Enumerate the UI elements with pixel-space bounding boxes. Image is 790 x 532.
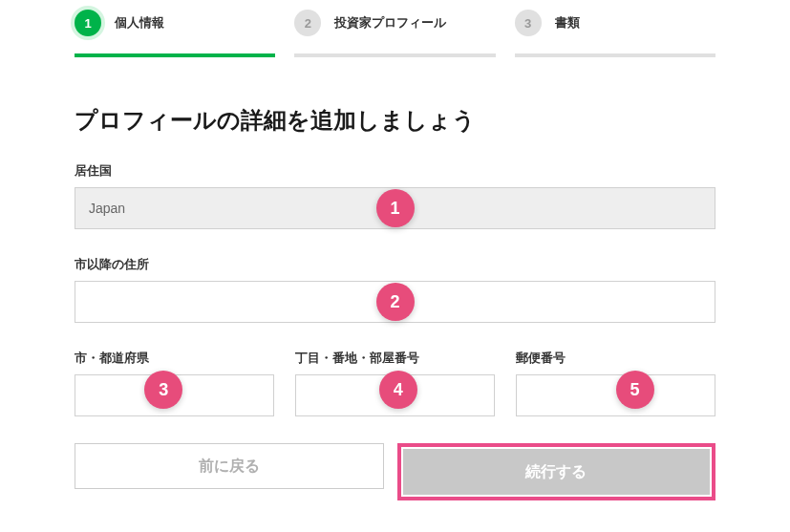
step-bar: [294, 53, 495, 57]
stepper: 1 個人情報 2 投資家プロフィール 3 書類: [75, 10, 715, 36]
block-label: 丁目・番地・部屋番号: [295, 350, 495, 367]
city-label: 市・都道府県: [75, 350, 274, 367]
step-label: 書類: [555, 14, 580, 32]
hint-badge-5: 5: [616, 371, 654, 409]
hint-badge-2: 2: [376, 283, 415, 321]
step-investor-profile[interactable]: 2 投資家プロフィール: [294, 10, 495, 36]
step-documents[interactable]: 3 書類: [515, 10, 715, 36]
field-block: 丁目・番地・部屋番号 4: [295, 350, 495, 416]
field-country: 居住国 1: [75, 162, 715, 229]
hint-badge-3: 3: [144, 371, 182, 409]
step-progress-bars: [75, 53, 715, 57]
step-label: 投資家プロフィール: [334, 14, 446, 32]
step-bar: [515, 53, 715, 57]
postal-input[interactable]: [516, 374, 715, 416]
step-personal-info[interactable]: 1 個人情報: [75, 10, 275, 36]
field-postal: 郵便番号 5: [516, 350, 715, 416]
continue-button[interactable]: 続行する: [403, 449, 711, 495]
step-number-icon: 2: [294, 10, 321, 36]
step-number-icon: 1: [75, 10, 101, 36]
step-number-icon: 3: [515, 10, 542, 36]
address-label: 市以降の住所: [75, 256, 715, 273]
step-label: 個人情報: [115, 14, 164, 32]
back-button[interactable]: 前に戻る: [75, 443, 384, 489]
page-title: プロフィールの詳細を追加しましょう: [75, 105, 715, 136]
field-address: 市以降の住所 2: [75, 256, 715, 323]
step-bar: [75, 53, 275, 57]
hint-badge-1: 1: [376, 189, 415, 227]
hint-badge-4: 4: [379, 371, 417, 409]
country-label: 居住国: [75, 162, 715, 180]
postal-label: 郵便番号: [516, 350, 715, 367]
continue-button-highlight: 続行する: [397, 443, 716, 500]
field-city: 市・都道府県 3: [75, 350, 274, 416]
